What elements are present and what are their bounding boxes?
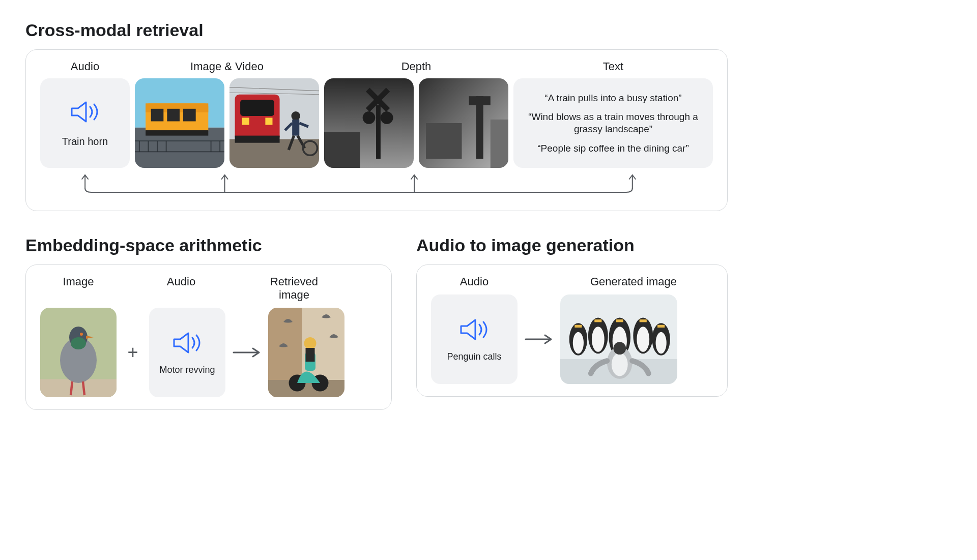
svg-rect-80 xyxy=(594,319,601,322)
col-header-image: Image xyxy=(40,275,117,302)
col-header-retrieved: Retrieved image xyxy=(256,275,332,302)
plus-operator: + xyxy=(123,342,143,363)
text-line-2: “Wind blows as a train moves through a g… xyxy=(523,111,704,135)
audio2img-panel: Audio Generated image Penguin calls xyxy=(416,264,728,397)
embedding-panel: Image Audio Retrieved image xyxy=(25,264,392,410)
svg-rect-13 xyxy=(167,109,180,122)
audio-label: Train horn xyxy=(62,136,108,148)
svg-point-36 xyxy=(363,111,376,124)
col-header-generated: Generated image xyxy=(554,275,713,288)
svg-rect-79 xyxy=(574,325,582,328)
text-line-3: “People sip coffee in the dining car” xyxy=(537,142,689,155)
speaker-icon xyxy=(69,99,101,125)
svg-point-77 xyxy=(637,327,649,352)
audio-tile-motor-revving: Motor revving xyxy=(149,308,225,397)
svg-rect-42 xyxy=(469,96,491,105)
depth-tile-2 xyxy=(419,78,508,168)
audio-label: Penguin calls xyxy=(447,351,501,362)
svg-point-78 xyxy=(656,332,667,353)
svg-rect-81 xyxy=(616,319,623,322)
svg-rect-82 xyxy=(640,319,647,322)
text-line-1: “A train pulls into a busy station” xyxy=(544,92,681,104)
connector-arrows xyxy=(40,168,713,198)
svg-rect-14 xyxy=(183,109,196,122)
image-tile-penguins xyxy=(560,294,677,384)
col-header-depth: Depth xyxy=(324,60,508,73)
svg-line-56 xyxy=(83,381,84,395)
svg-point-52 xyxy=(71,337,86,349)
audio-label: Motor revving xyxy=(159,365,215,375)
arrow-icon xyxy=(524,333,554,345)
text-tile: “A train pulls into a busy station” “Win… xyxy=(513,78,713,168)
svg-rect-23 xyxy=(265,117,272,125)
svg-rect-38 xyxy=(324,132,360,168)
cross-modal-panel: Audio Image & Video Depth Text Train hor… xyxy=(25,49,728,211)
audio-tile-train-horn: Train horn xyxy=(40,78,130,168)
svg-rect-41 xyxy=(476,96,483,159)
svg-rect-83 xyxy=(657,325,665,328)
svg-rect-12 xyxy=(151,109,164,122)
svg-point-25 xyxy=(291,111,300,121)
image-tile-scooter-birds xyxy=(268,308,344,397)
col-header-audio: Audio xyxy=(40,60,130,73)
speaker-icon xyxy=(171,330,204,356)
svg-line-55 xyxy=(71,381,72,395)
svg-rect-43 xyxy=(491,120,508,168)
arrow-icon xyxy=(232,346,262,359)
svg-rect-22 xyxy=(242,117,249,125)
svg-point-37 xyxy=(381,111,393,124)
svg-point-85 xyxy=(612,353,628,376)
section-title-embedding: Embedding-space arithmetic xyxy=(25,235,392,255)
speaker-icon xyxy=(458,317,491,342)
image-tile-yellow-train xyxy=(135,78,224,168)
svg-rect-24 xyxy=(235,136,280,143)
audio-tile-penguin-calls: Penguin calls xyxy=(431,294,518,384)
svg-point-75 xyxy=(592,327,605,352)
svg-point-86 xyxy=(613,342,626,355)
svg-rect-15 xyxy=(146,130,208,136)
svg-point-53 xyxy=(80,333,83,336)
svg-rect-26 xyxy=(292,120,299,136)
col-header-audio3: Audio xyxy=(431,275,518,288)
svg-rect-40 xyxy=(426,123,462,159)
svg-point-74 xyxy=(573,332,584,353)
svg-point-64 xyxy=(304,337,317,349)
depth-tile-1 xyxy=(324,78,414,168)
svg-rect-65 xyxy=(306,348,315,362)
image-tile-red-train xyxy=(229,78,319,168)
col-header-text: Text xyxy=(513,60,713,73)
section-title-audio2img: Audio to image generation xyxy=(416,235,728,255)
svg-rect-21 xyxy=(240,100,274,116)
svg-rect-33 xyxy=(376,105,381,159)
col-header-audio2: Audio xyxy=(143,275,219,302)
image-tile-pigeon xyxy=(40,308,117,397)
section-title-cross-modal: Cross-modal retrieval xyxy=(25,20,728,40)
col-header-image-video: Image & Video xyxy=(135,60,319,73)
